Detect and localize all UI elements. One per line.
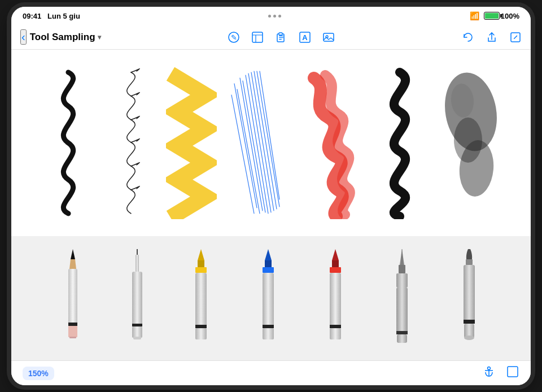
status-bar: 09:41 Lun 5 giu 📶 100%: [11, 7, 531, 25]
svg-rect-75: [508, 367, 518, 377]
svg-rect-69: [464, 320, 475, 324]
svg-rect-50: [263, 267, 274, 273]
svg-rect-2: [252, 32, 263, 42]
edit-icon[interactable]: [509, 31, 522, 43]
svg-rect-68: [464, 265, 475, 321]
tool-brush[interactable]: [456, 249, 483, 348]
dot-3: [278, 15, 281, 18]
status-time: 09:41 Lun 5 giu: [23, 12, 80, 20]
drawings-section: [11, 50, 531, 236]
svg-marker-31: [69, 259, 76, 269]
svg-line-16: [240, 78, 263, 211]
svg-rect-67: [466, 259, 473, 265]
tool-fine-pen[interactable]: [126, 249, 148, 348]
svg-rect-53: [263, 328, 274, 339]
svg-rect-57: [330, 273, 341, 326]
title-text: Tool Sampling: [30, 32, 95, 43]
svg-rect-43: [198, 260, 204, 267]
svg-rect-49: [265, 260, 272, 267]
drawing-bold-squiggle: [371, 67, 428, 219]
drawing-blue-hatching: [229, 67, 285, 219]
svg-rect-45: [195, 273, 207, 326]
svg-rect-65: [396, 331, 408, 334]
drawing-yellow-marker: [166, 67, 217, 219]
svg-line-23: [254, 71, 277, 209]
svg-line-17: [246, 75, 268, 214]
svg-rect-62: [399, 265, 405, 273]
dot-2: [273, 15, 276, 18]
svg-point-28: [454, 117, 482, 163]
drawing-dark-smear: [440, 67, 502, 219]
svg-line-15: [234, 84, 257, 208]
svg-rect-37: [136, 255, 139, 272]
battery-fill: [485, 13, 499, 19]
svg-marker-30: [71, 249, 75, 259]
wifi-icon: 📶: [470, 11, 479, 20]
battery-container: 100%: [484, 12, 519, 20]
drawing-red-hatching: [297, 67, 359, 219]
svg-rect-47: [195, 328, 207, 339]
svg-marker-54: [332, 249, 339, 260]
svg-rect-6: [279, 33, 282, 35]
svg-rect-52: [263, 325, 274, 328]
svg-rect-44: [195, 267, 207, 273]
svg-rect-40: [132, 326, 142, 338]
tool-marker-yellow[interactable]: [187, 249, 215, 348]
undo-icon[interactable]: [462, 31, 474, 43]
back-button[interactable]: ‹: [20, 29, 27, 45]
date-display: Lun 5 giu: [47, 12, 80, 20]
battery-icon: [484, 12, 500, 20]
dot-1: [268, 15, 271, 18]
bottom-bar: 150%: [11, 360, 531, 385]
zoom-badge[interactable]: 150%: [23, 367, 54, 380]
svg-text:✎: ✎: [231, 33, 237, 42]
time-display: 09:41: [23, 12, 41, 20]
svg-rect-12: [324, 33, 334, 41]
status-dots: [268, 15, 281, 18]
svg-rect-9: [279, 39, 282, 40]
svg-rect-8: [279, 37, 283, 38]
tools-section: [11, 236, 531, 360]
ipad-frame: 09:41 Lun 5 giu 📶 100% ‹ Tool: [11, 7, 531, 385]
svg-point-72: [488, 367, 491, 370]
photo-icon[interactable]: [322, 31, 335, 43]
svg-rect-38: [132, 272, 142, 325]
frame-icon[interactable]: [506, 365, 519, 381]
back-chevron-icon: ‹: [21, 31, 25, 43]
svg-rect-51: [263, 273, 274, 326]
canvas-area[interactable]: [11, 50, 531, 360]
svg-line-22: [248, 73, 271, 212]
title-chevron-icon: ▾: [98, 33, 101, 41]
svg-rect-58: [330, 325, 341, 328]
share-icon[interactable]: [486, 31, 498, 43]
anchor-icon[interactable]: [482, 365, 496, 381]
svg-rect-64: [396, 288, 408, 333]
text-icon[interactable]: A: [299, 31, 311, 43]
bottom-right-icons: [482, 365, 519, 381]
svg-rect-7: [279, 36, 283, 36]
toolbar: ‹ Tool Sampling ▾ ✎: [11, 25, 531, 50]
status-right: 📶 100%: [470, 11, 519, 20]
svg-line-20: [237, 89, 260, 214]
svg-rect-46: [195, 325, 207, 328]
svg-rect-33: [68, 323, 77, 326]
svg-rect-32: [68, 269, 77, 325]
annotate-icon[interactable]: ✎: [228, 31, 240, 43]
svg-marker-42: [198, 249, 204, 260]
svg-rect-59: [330, 328, 341, 339]
svg-rect-41: [133, 337, 141, 339]
tool-pencil[interactable]: [59, 249, 86, 348]
svg-rect-56: [330, 267, 341, 273]
drawing-black-squiggle: [40, 67, 97, 219]
svg-marker-48: [265, 249, 272, 260]
tool-fountain-pen[interactable]: [388, 249, 416, 348]
browser-icon[interactable]: [251, 31, 264, 43]
tool-marker-blue[interactable]: [255, 249, 282, 348]
paste-icon[interactable]: [275, 31, 287, 43]
tool-marker-red[interactable]: [322, 249, 349, 348]
svg-rect-55: [332, 260, 339, 267]
toolbar-right: [462, 31, 522, 43]
document-title[interactable]: Tool Sampling ▾: [30, 32, 101, 43]
battery-label: 100%: [501, 12, 519, 20]
toolbar-center: ✎: [228, 31, 335, 43]
